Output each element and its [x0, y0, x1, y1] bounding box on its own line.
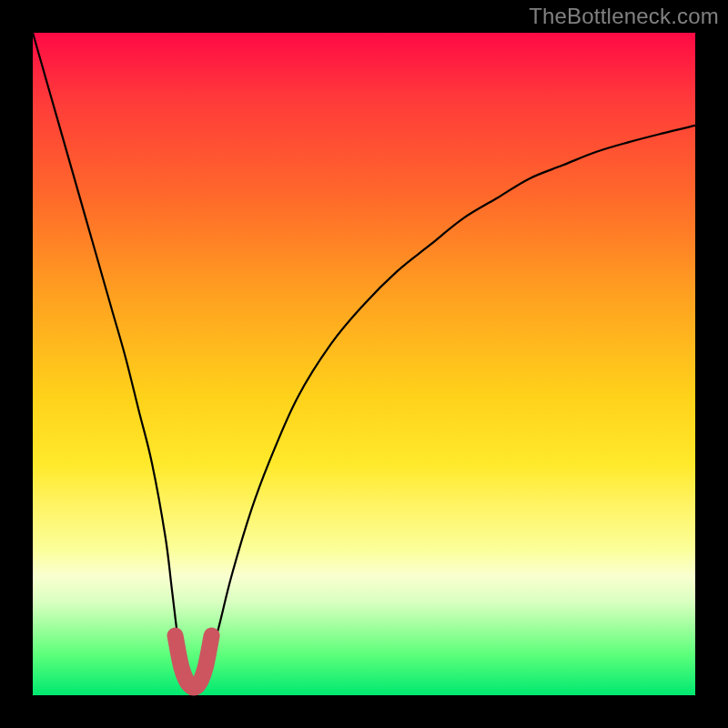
- plot-area: [33, 33, 695, 695]
- optimal-marker: [176, 635, 212, 687]
- bottleneck-curve: [33, 33, 695, 691]
- chart-frame: TheBottleneck.com: [0, 0, 728, 728]
- curve-svg: [33, 33, 695, 695]
- watermark-text: TheBottleneck.com: [529, 4, 719, 29]
